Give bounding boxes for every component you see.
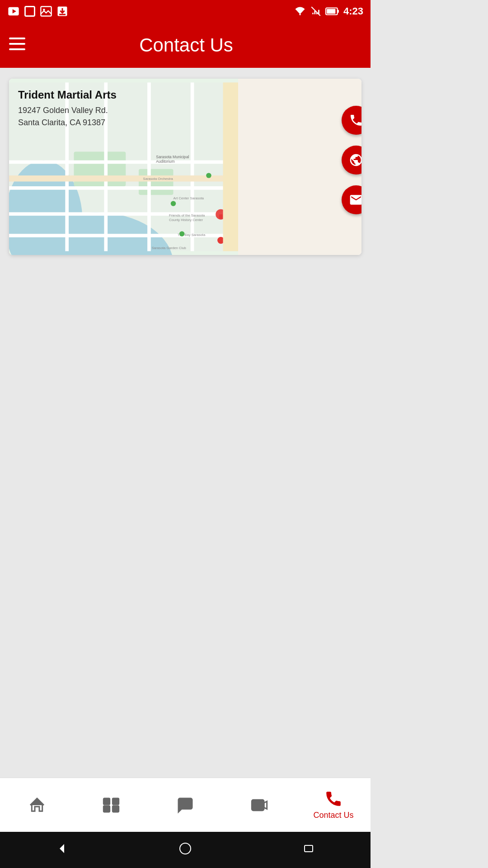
youtube-icon — [7, 5, 20, 18]
status-bar: 4:23 — [0, 0, 371, 23]
svg-rect-13 — [9, 38, 25, 39]
svg-rect-49 — [113, 798, 118, 804]
android-nav-bar — [0, 832, 371, 868]
nav-messages[interactable] — [148, 796, 222, 814]
svg-rect-21 — [9, 160, 238, 164]
home-button[interactable] — [178, 842, 192, 859]
svg-text:Sarasota Orchestra: Sarasota Orchestra — [143, 177, 174, 181]
svg-text:Sarasota Garden Club: Sarasota Garden Club — [152, 246, 186, 250]
card-actions — [238, 79, 361, 255]
svg-rect-48 — [103, 798, 109, 804]
phone-fab-button[interactable] — [342, 106, 361, 135]
nav-home[interactable] — [0, 796, 74, 814]
gallery-icon — [40, 5, 52, 18]
svg-point-56 — [180, 843, 191, 854]
card-map-section[interactable]: Sarasota Municipal Auditorium Sarasota O… — [9, 79, 238, 255]
wifi-icon — [294, 6, 306, 16]
svg-rect-27 — [147, 82, 151, 251]
svg-rect-51 — [113, 806, 118, 811]
svg-text:Sarasota Municipal: Sarasota Municipal — [156, 155, 189, 159]
time-display: 4:23 — [343, 5, 363, 17]
signal-icon — [310, 5, 322, 17]
nav-schedule[interactable] — [74, 796, 148, 814]
email-fab-button[interactable] — [342, 185, 361, 214]
status-bar-left — [7, 5, 69, 18]
svg-rect-11 — [338, 10, 339, 13]
app-bar: Contact Us — [0, 23, 371, 68]
svg-text:Auditorium: Auditorium — [156, 159, 174, 164]
svg-rect-20 — [139, 169, 174, 195]
svg-rect-12 — [327, 9, 335, 14]
bottom-navigation: Contact Us — [0, 778, 371, 832]
status-bar-right: 4:23 — [294, 5, 363, 17]
svg-rect-50 — [103, 806, 109, 811]
back-button[interactable] — [55, 842, 69, 859]
nav-contact-label: Contact Us — [313, 811, 353, 820]
svg-text:County History Center: County History Center — [169, 218, 203, 222]
nav-video[interactable] — [222, 796, 296, 814]
download-icon — [56, 5, 69, 18]
business-address-line1: 19247 Golden Valley Rd. — [18, 104, 117, 117]
svg-rect-28 — [191, 82, 194, 251]
business-address-line2: Santa Clarita, CA 91387 — [18, 117, 117, 129]
svg-rect-3 — [41, 7, 51, 16]
business-info: Trident Martial Arts 19247 Golden Valley… — [18, 88, 117, 129]
svg-text:Art Center Sarasota: Art Center Sarasota — [174, 196, 204, 200]
svg-rect-14 — [9, 43, 25, 45]
svg-marker-55 — [60, 844, 64, 853]
business-name: Trident Martial Arts — [18, 88, 117, 102]
svg-rect-47 — [223, 82, 238, 251]
svg-text:Friends of the Sarasota: Friends of the Sarasota — [169, 213, 205, 217]
main-content: Sarasota Municipal Auditorium Sarasota O… — [0, 68, 371, 778]
svg-point-8 — [299, 14, 301, 15]
svg-rect-31 — [219, 214, 223, 219]
svg-rect-29 — [9, 175, 238, 181]
page-title: Contact Us — [34, 34, 338, 56]
svg-point-45 — [179, 231, 184, 236]
recents-button[interactable] — [302, 842, 315, 859]
battery-icon — [325, 6, 340, 16]
website-fab-button[interactable] — [342, 146, 361, 175]
svg-rect-15 — [9, 48, 25, 50]
app-icon-2 — [23, 5, 36, 18]
svg-rect-2 — [25, 7, 35, 16]
svg-rect-57 — [305, 845, 313, 852]
svg-point-43 — [206, 173, 211, 178]
svg-rect-22 — [9, 186, 238, 190]
contact-card: Sarasota Municipal Auditorium Sarasota O… — [9, 79, 361, 255]
menu-button[interactable] — [9, 37, 25, 54]
svg-marker-53 — [264, 801, 267, 809]
nav-contact[interactable]: Contact Us — [296, 790, 371, 820]
svg-point-44 — [171, 201, 176, 206]
